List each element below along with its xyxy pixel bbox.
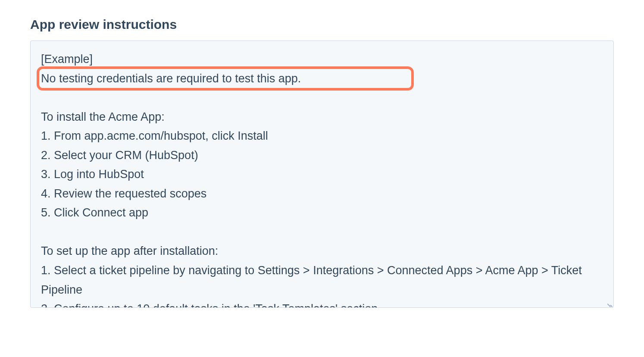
review-instructions-textarea[interactable]: [Example] No testing credentials are req…	[30, 41, 614, 308]
resize-handle-icon	[606, 301, 613, 307]
textarea-content: [Example] No testing credentials are req…	[41, 50, 603, 308]
section-heading: App review instructions	[30, 17, 614, 32]
